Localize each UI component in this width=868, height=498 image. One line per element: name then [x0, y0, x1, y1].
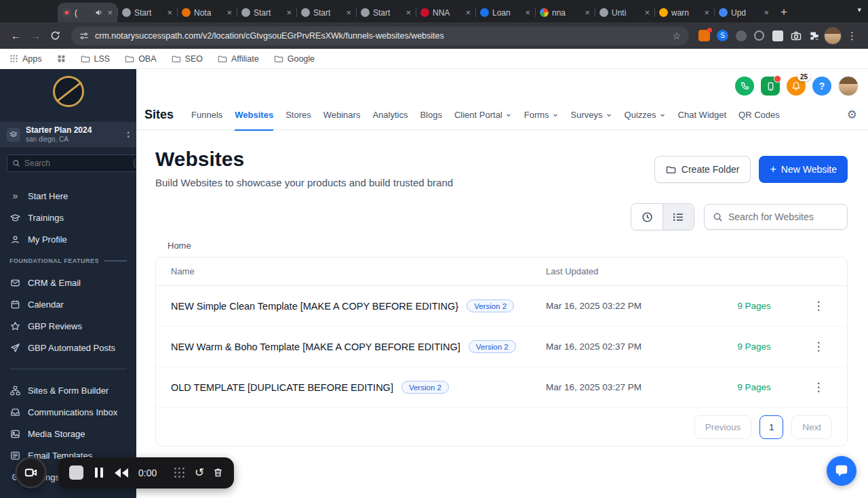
browser-tab[interactable]: Start×	[356, 3, 416, 22]
browser-menu-icon[interactable]: ⋮	[843, 30, 861, 42]
brand-logo[interactable]	[53, 76, 84, 107]
sidebar-item-calendar[interactable]: Calendar	[0, 293, 136, 315]
tab-close-icon[interactable]: ×	[525, 7, 530, 18]
tab-close-icon[interactable]: ×	[167, 7, 172, 18]
tab-quizzes[interactable]: Quizzes	[625, 100, 666, 130]
browser-tab[interactable]: Upd×	[714, 3, 774, 22]
sidebar-item-media-storage[interactable]: Media Storage	[0, 423, 136, 444]
page-number-button[interactable]: 1	[760, 415, 783, 439]
browser-profile-avatar[interactable]	[824, 27, 842, 45]
tab-close-icon[interactable]: ×	[107, 7, 113, 18]
recorder-camera-button[interactable]	[15, 457, 47, 489]
new-website-button[interactable]: + New Website	[759, 156, 848, 183]
sidebar-search-input[interactable]	[24, 159, 130, 168]
bookmark-folder-google[interactable]: Google	[274, 54, 315, 64]
website-name[interactable]: OLD TEMPLATE [DUPLICATE BEFORE EDITING]	[171, 382, 393, 393]
tab-stores[interactable]: Stores	[285, 100, 311, 130]
bookmark-star-icon[interactable]: ☆	[672, 30, 681, 41]
delete-recording-button[interactable]	[213, 468, 223, 478]
new-tab-button[interactable]: +	[781, 5, 787, 19]
tab-close-icon[interactable]: ×	[346, 7, 351, 18]
tab-close-icon[interactable]: ×	[764, 7, 769, 18]
websites-search[interactable]	[704, 204, 848, 230]
list-view-button[interactable]	[663, 204, 694, 230]
tab-close-icon[interactable]: ×	[286, 7, 292, 18]
website-name[interactable]: NEW Simple Clean Template [MAKE A COPY B…	[171, 301, 458, 312]
bookmark-folder-oba[interactable]: OBA	[125, 54, 156, 64]
pages-link[interactable]: 9 Pages	[703, 341, 805, 352]
recent-view-button[interactable]	[631, 204, 663, 230]
table-row[interactable]: NEW Warm & Boho Template [MAKE A COPY BE…	[156, 327, 847, 367]
plan-selector[interactable]: Starter Plan 2024 san diego, CA ▴▾	[0, 122, 136, 147]
tab-close-icon[interactable]: ×	[585, 7, 590, 18]
browser-tab[interactable]: Start×	[117, 3, 177, 22]
tab-surveys[interactable]: Surveys	[571, 100, 612, 130]
tab-close-icon[interactable]: ×	[704, 7, 709, 18]
notifications-button[interactable]: 25	[787, 77, 806, 96]
create-folder-button[interactable]: Create Folder	[654, 156, 751, 183]
bookmark-folder-lss[interactable]: LSS	[81, 54, 111, 64]
screenshot-camera-icon[interactable]	[787, 27, 804, 44]
next-page-button[interactable]: Next	[791, 415, 832, 439]
tab-client-portal[interactable]: Client Portal	[454, 100, 512, 130]
forward-button[interactable]: →	[26, 26, 45, 45]
browser-tab[interactable]: warn×	[654, 3, 714, 22]
tab-close-icon[interactable]: ×	[644, 7, 650, 18]
tab-close-icon[interactable]: ×	[226, 7, 232, 18]
user-avatar[interactable]	[838, 76, 859, 96]
bookmark-grid-shortcut[interactable]	[57, 54, 66, 63]
browser-tab[interactable]: Loan×	[475, 3, 535, 22]
row-menu-icon[interactable]: ⋮	[805, 299, 832, 313]
rewind-button[interactable]	[115, 468, 128, 478]
browser-tab[interactable]: nna×	[535, 3, 595, 22]
tab-close-icon[interactable]: ×	[406, 7, 411, 18]
websites-search-input[interactable]	[728, 211, 839, 222]
browser-tab-active[interactable]: ( ×	[58, 3, 117, 22]
sidebar-item-gbp-automated-posts[interactable]: GBP Automated Posts	[0, 337, 136, 358]
browser-tab[interactable]: NNA×	[416, 3, 475, 22]
tab-analytics[interactable]: Analytics	[372, 100, 408, 130]
sidebar-item-gbp-reviews[interactable]: GBP Reviews	[0, 315, 136, 337]
pages-link[interactable]: 9 Pages	[703, 382, 805, 392]
breadcrumb[interactable]: Home	[136, 230, 868, 255]
pages-link[interactable]: 9 Pages	[703, 301, 805, 311]
sidebar-item-communications-inbox[interactable]: Communications Inbox	[0, 401, 136, 423]
tab-qr-codes[interactable]: QR Codes	[738, 100, 780, 130]
browser-tab[interactable]: Start×	[237, 3, 296, 22]
extension-icon-1[interactable]	[696, 27, 713, 44]
sidebar-item-crm-email[interactable]: CRM & Email	[0, 272, 136, 293]
gear-icon[interactable]: ⚙	[847, 108, 857, 122]
extension-icon-2[interactable]: S	[714, 27, 731, 44]
site-info-icon[interactable]	[79, 31, 89, 41]
previous-page-button[interactable]: Previous	[694, 415, 752, 439]
row-menu-icon[interactable]: ⋮	[805, 380, 832, 394]
row-menu-icon[interactable]: ⋮	[805, 339, 832, 354]
extension-icon-4[interactable]	[751, 27, 768, 44]
address-bar[interactable]: crm.notarysuccesspath.com/v2/location/cG…	[71, 26, 689, 45]
website-name[interactable]: NEW Warm & Boho Template [MAKE A COPY BE…	[171, 341, 460, 352]
apps-shortcut[interactable]: Apps	[9, 54, 42, 64]
browser-tab[interactable]: Start×	[296, 3, 356, 22]
sidebar-item-trainings[interactable]: Trainings	[0, 207, 136, 228]
tab-websites[interactable]: Websites	[235, 100, 273, 130]
chat-widget-button[interactable]	[827, 456, 856, 486]
tab-forms[interactable]: Forms	[524, 100, 559, 130]
sidebar-search[interactable]: ⌘ K	[7, 154, 136, 172]
help-button[interactable]: ?	[812, 77, 831, 96]
restart-recording-button[interactable]: ↺	[195, 467, 204, 478]
bookmark-folder-seo[interactable]: SEO	[172, 54, 203, 64]
tab-chat-widget[interactable]: Chat Widget	[678, 100, 727, 130]
extension-icon-5[interactable]	[769, 27, 786, 44]
tab-search-chevron-icon[interactable]: ▾	[857, 5, 861, 14]
drag-handle-icon[interactable]	[174, 468, 184, 478]
stop-recording-button[interactable]	[69, 465, 83, 480]
browser-tab[interactable]: Nota×	[177, 3, 237, 22]
pause-recording-button[interactable]	[95, 468, 103, 478]
sidebar-item-sites-form-builder[interactable]: Sites & Form Builder	[0, 379, 136, 401]
reload-button[interactable]	[46, 26, 64, 45]
mobile-app-button[interactable]	[761, 77, 780, 96]
extension-icon-3[interactable]	[732, 27, 749, 44]
tab-close-icon[interactable]: ×	[465, 7, 471, 18]
table-row[interactable]: NEW Simple Clean Template [MAKE A COPY B…	[156, 286, 847, 327]
table-row[interactable]: OLD TEMPLATE [DUPLICATE BEFORE EDITING] …	[156, 367, 847, 408]
